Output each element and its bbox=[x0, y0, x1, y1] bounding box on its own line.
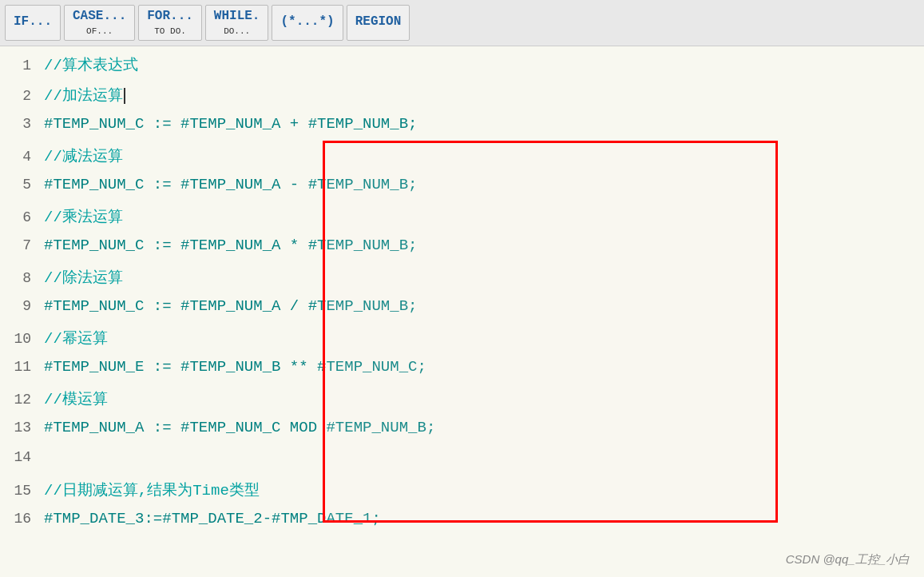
btn-icon-case: CASE... bbox=[73, 9, 126, 24]
code-line-2: 2//加法运算 bbox=[0, 85, 924, 115]
toolbar-btn-case[interactable]: CASE...OF... bbox=[64, 5, 135, 41]
toolbar-btn-paren[interactable]: (*...*) bbox=[272, 5, 343, 41]
line-content-15: //日期减运算,结果为Time类型 bbox=[44, 480, 924, 500]
code-line-6: 6//乘法运算 bbox=[0, 206, 924, 237]
line-content-7: #TEMP_NUM_C := #TEMP_NUM_A * #TEMP_NUM_B… bbox=[44, 237, 924, 254]
code-line-13: 13#TEMP_NUM_A := #TEMP_NUM_C MOD #TEMP_N… bbox=[0, 419, 924, 449]
code-line-4: 4//减法运算 bbox=[0, 145, 924, 176]
code-line-10: 10//幂运算 bbox=[0, 328, 924, 358]
line-content-5: #TEMP_NUM_C := #TEMP_NUM_A - #TEMP_NUM_B… bbox=[44, 176, 924, 193]
line-number-11: 11 bbox=[0, 359, 44, 375]
line-content-6: //乘法运算 bbox=[44, 206, 924, 227]
code-line-5: 5#TEMP_NUM_C := #TEMP_NUM_A - #TEMP_NUM_… bbox=[0, 176, 924, 206]
line-number-15: 15 bbox=[0, 483, 44, 499]
toolbar-btn-region[interactable]: REGION bbox=[347, 5, 410, 41]
line-number-2: 2 bbox=[0, 88, 44, 104]
code-lines: 1//算术表达式2//加法运算3#TEMP_NUM_C := #TEMP_NUM… bbox=[0, 54, 924, 540]
line-number-1: 1 bbox=[0, 58, 44, 74]
code-area: 1//算术表达式2//加法运算3#TEMP_NUM_C := #TEMP_NUM… bbox=[0, 46, 924, 577]
line-content-11: #TEMP_NUM_E := #TEMP_NUM_B ** #TEMP_NUM_… bbox=[44, 358, 924, 376]
code-line-16: 16#TMP_DATE_3:=#TMP_DATE_2-#TMP_DATE_1; bbox=[0, 510, 924, 540]
btn-icon-if: IF... bbox=[14, 14, 52, 30]
line-content-1: //算术表达式 bbox=[44, 54, 924, 75]
line-number-6: 6 bbox=[0, 209, 44, 225]
line-content-10: //幂运算 bbox=[44, 328, 924, 348]
line-content-4: //减法运算 bbox=[44, 145, 924, 166]
line-number-14: 14 bbox=[0, 449, 44, 465]
line-number-12: 12 bbox=[0, 392, 44, 408]
code-line-12: 12//模运算 bbox=[0, 388, 924, 419]
text-cursor bbox=[124, 88, 125, 104]
code-line-15: 15//日期减运算,结果为Time类型 bbox=[0, 480, 924, 510]
line-content-16: #TMP_DATE_3:=#TMP_DATE_2-#TMP_DATE_1; bbox=[44, 510, 924, 527]
line-content-3: #TEMP_NUM_C := #TEMP_NUM_A + #TEMP_NUM_B… bbox=[44, 115, 924, 133]
line-number-8: 8 bbox=[0, 270, 44, 286]
line-number-9: 9 bbox=[0, 298, 44, 314]
line-number-10: 10 bbox=[0, 331, 44, 347]
btn-icon-for: FOR... bbox=[147, 9, 193, 24]
line-number-5: 5 bbox=[0, 177, 44, 193]
code-line-3: 3#TEMP_NUM_C := #TEMP_NUM_A + #TEMP_NUM_… bbox=[0, 115, 924, 145]
btn-label-while: DO... bbox=[224, 26, 250, 37]
toolbar-btn-if[interactable]: IF... bbox=[5, 5, 61, 41]
line-number-13: 13 bbox=[0, 420, 44, 436]
code-line-1: 1//算术表达式 bbox=[0, 54, 924, 85]
toolbar: IF...CASE...OF...FOR...TO DO.WHILE.DO...… bbox=[0, 0, 924, 46]
btn-icon-while: WHILE. bbox=[214, 9, 260, 24]
btn-icon-region: REGION bbox=[355, 14, 402, 30]
line-content-12: //模运算 bbox=[44, 388, 924, 409]
code-line-8: 8//除法运算 bbox=[0, 267, 924, 297]
line-content-13: #TEMP_NUM_A := #TEMP_NUM_C MOD #TEMP_NUM… bbox=[44, 419, 924, 436]
btn-label-for: TO DO. bbox=[154, 26, 186, 37]
watermark: CSDN @qq_工控_小白 bbox=[786, 552, 910, 567]
code-line-9: 9#TEMP_NUM_C := #TEMP_NUM_A / #TEMP_NUM_… bbox=[0, 297, 924, 328]
toolbar-btn-while[interactable]: WHILE.DO... bbox=[205, 5, 269, 41]
code-line-14: 14 bbox=[0, 449, 924, 480]
line-number-4: 4 bbox=[0, 149, 44, 165]
line-content-9: #TEMP_NUM_C := #TEMP_NUM_A / #TEMP_NUM_B… bbox=[44, 297, 924, 315]
btn-label-case: OF... bbox=[86, 26, 113, 37]
toolbar-btn-for[interactable]: FOR...TO DO. bbox=[138, 5, 202, 41]
line-content-8: //除法运算 bbox=[44, 267, 924, 288]
line-number-16: 16 bbox=[0, 511, 44, 527]
btn-icon-paren: (*...*) bbox=[280, 14, 334, 30]
line-content-2: //加法运算 bbox=[44, 85, 924, 105]
line-number-7: 7 bbox=[0, 237, 44, 253]
code-line-7: 7#TEMP_NUM_C := #TEMP_NUM_A * #TEMP_NUM_… bbox=[0, 237, 924, 267]
code-line-11: 11#TEMP_NUM_E := #TEMP_NUM_B ** #TEMP_NU… bbox=[0, 358, 924, 388]
line-number-3: 3 bbox=[0, 116, 44, 132]
